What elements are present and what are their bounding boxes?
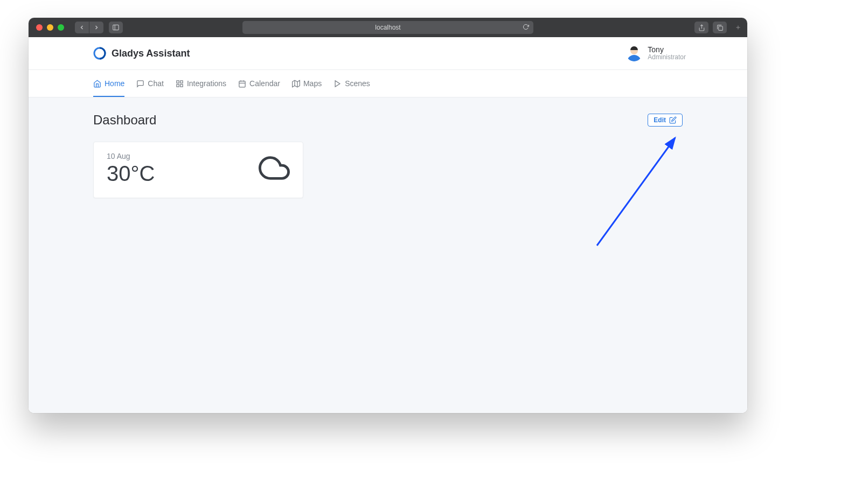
sidebar-toggle-button[interactable] — [109, 22, 123, 33]
edit-button-label: Edit — [654, 116, 666, 124]
svg-rect-7 — [177, 80, 179, 82]
browser-titlebar: localhost — [29, 18, 747, 37]
app-logo-icon — [93, 47, 106, 60]
address-bar[interactable]: localhost — [242, 21, 533, 34]
close-window-button[interactable] — [36, 24, 43, 31]
brand[interactable]: Gladys Assistant — [93, 47, 190, 60]
app-title: Gladys Assistant — [112, 48, 190, 59]
svg-marker-18 — [335, 80, 340, 86]
reload-icon[interactable] — [523, 24, 529, 32]
weather-temperature: 30°C — [107, 162, 155, 186]
tabs-button[interactable] — [713, 22, 727, 33]
minimize-window-button[interactable] — [47, 24, 53, 31]
user-role: Administrator — [648, 54, 686, 61]
content-area: Dashboard Edit 10 Aug 30°C — [29, 97, 747, 413]
new-tab-button[interactable] — [733, 18, 743, 37]
svg-rect-11 — [239, 81, 245, 87]
svg-rect-8 — [180, 80, 183, 82]
nav-label: Home — [105, 79, 124, 88]
weather-date: 10 Aug — [107, 152, 155, 160]
browser-forward-button[interactable] — [89, 22, 103, 33]
nav-home[interactable]: Home — [93, 70, 124, 97]
nav-label: Integrations — [187, 79, 226, 88]
nav-chat[interactable]: Chat — [136, 70, 164, 97]
edit-button[interactable]: Edit — [648, 114, 683, 127]
svg-rect-0 — [113, 25, 119, 30]
browser-back-button[interactable] — [75, 22, 89, 33]
svg-marker-15 — [293, 80, 300, 87]
nav-maps[interactable]: Maps — [292, 70, 322, 97]
edit-icon — [669, 116, 677, 124]
content-header: Dashboard Edit — [93, 113, 683, 128]
main-nav: Home Chat Integrations Calendar Maps Sce… — [29, 70, 747, 97]
user-menu[interactable]: Tony Administrator — [626, 45, 734, 61]
nav-label: Maps — [303, 79, 322, 88]
user-name: Tony — [648, 46, 686, 54]
page: Gladys Assistant Tony Administrator Home — [29, 37, 747, 413]
maximize-window-button[interactable] — [58, 24, 64, 31]
svg-rect-9 — [180, 84, 183, 86]
browser-window: localhost Gladys Assistant — [29, 18, 747, 413]
nav-integrations[interactable]: Integrations — [176, 70, 226, 97]
nav-scenes[interactable]: Scenes — [333, 70, 370, 97]
cloud-icon — [259, 152, 290, 186]
nav-calendar[interactable]: Calendar — [238, 70, 280, 97]
brand-bar: Gladys Assistant Tony Administrator — [29, 37, 747, 70]
share-button[interactable] — [694, 22, 708, 33]
window-controls — [36, 24, 64, 31]
page-title: Dashboard — [93, 113, 156, 128]
address-bar-text: localhost — [375, 24, 400, 31]
nav-label: Scenes — [345, 79, 370, 88]
svg-rect-10 — [177, 84, 179, 86]
nav-label: Calendar — [249, 79, 280, 88]
weather-card: 10 Aug 30°C — [93, 142, 303, 198]
avatar — [626, 45, 642, 61]
svg-rect-3 — [718, 26, 722, 30]
nav-label: Chat — [148, 79, 164, 88]
